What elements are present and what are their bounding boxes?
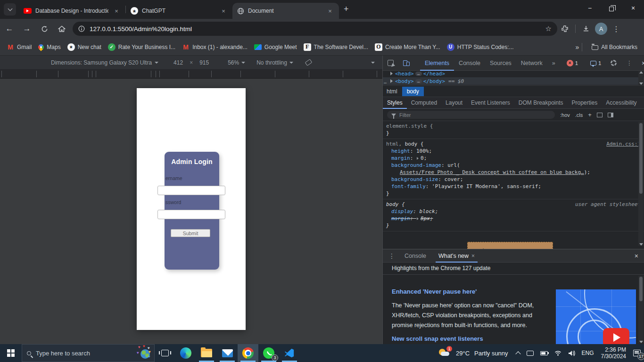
tab-close-icon[interactable]: × [471,253,475,259]
notification-center-button[interactable]: 17 [630,346,644,360]
zoom-select[interactable]: 56% [228,59,239,66]
css-declaration[interactable]: height: 100%; [383,148,644,155]
back-button[interactable]: ← [1,21,17,37]
drawer-close-button[interactable]: × [635,252,638,260]
css-rule-body-ua[interactable]: body { user agent stylesheet display: bl… [383,199,644,231]
device-height-field[interactable]: 915 [199,59,209,66]
bookmarks-overflow-button[interactable]: » [576,43,579,51]
bookmark-create-more[interactable]: OCreate More Than Y... [375,43,440,51]
css-url-link[interactable]: Assets/Free Photo _ Desk concept with co… [400,169,584,175]
inspect-element-button[interactable] [383,56,398,71]
more-tabs-button[interactable]: » [547,56,560,71]
css-rule-element-style[interactable]: element.style { } [383,121,644,139]
box-model-margin[interactable]: margin − [467,242,553,249]
scroll-down-icon[interactable] [639,82,643,85]
device-options-icon[interactable] [371,62,375,64]
tab-search-button[interactable] [4,3,16,16]
toggle-classes[interactable]: .cls [575,112,583,118]
tab-sources[interactable]: Sources [485,56,516,71]
extensions-button[interactable] [557,21,572,36]
article-title-link[interactable]: Enhanced 'Never pause here' [392,288,477,295]
downloads-button[interactable] [578,21,594,36]
tab-styles[interactable]: Styles [383,97,407,109]
css-declaration[interactable]: font-family: 'Playwrite IT Moderna', san… [383,183,644,190]
home-button[interactable] [54,21,70,37]
tab-layout[interactable]: Layout [441,97,467,109]
reload-button[interactable] [36,21,52,37]
computed-sidebar-toggle-icon[interactable] [608,113,613,117]
css-selector-dim[interactable]: html, [386,141,402,147]
scroll-up-icon[interactable] [639,71,643,74]
new-tab-button[interactable]: + [344,4,349,14]
bookmark-rate-business[interactable]: ✓Rate Your Business I... [108,43,175,51]
task-view-button[interactable] [155,344,175,362]
bookmark-http-status[interactable]: UHTTP Status Codes:... [447,43,514,51]
css-declaration[interactable]: background-image: url( [383,162,644,169]
taskbar-edge[interactable] [175,344,196,362]
scrollbar-thumb[interactable] [639,123,643,194]
dom-scrollbar[interactable] [638,71,644,85]
expand-ellipsis-icon[interactable]: … [415,72,422,76]
device-width-field[interactable]: 412 [173,59,183,66]
dom-node-body[interactable]: <body> … </body> == $0 [383,77,644,85]
article-title-link[interactable]: New scroll snap event listeners [392,335,483,342]
forward-button[interactable]: → [19,21,35,37]
wifi-icon[interactable] [554,350,561,356]
bookmark-new-chat[interactable]: *New chat [67,43,101,51]
styles-scrollbar[interactable] [638,122,644,246]
submit-button[interactable]: Submit [171,229,210,237]
username-input[interactable] [157,186,225,195]
drawer-scrollbar[interactable] [638,276,644,343]
expand-arrow-icon[interactable] [417,157,419,160]
all-bookmarks-button[interactable]: All Bookmarks [592,44,637,50]
site-info-icon[interactable] [78,25,85,32]
tab-dom-breakpoints[interactable]: DOM Breakpoints [514,97,568,109]
css-declaration-overridden[interactable]: margin: 8px; [383,215,644,222]
weather-widget[interactable]: 1 29°C Partly sunny [438,347,508,359]
breadcrumb-html[interactable]: html [383,88,401,95]
devtools-settings-button[interactable] [606,56,621,71]
device-dimensions-select[interactable]: Dimensions: Samsung Galaxy S20 Ultra [51,59,152,66]
device-toolbar-toggle[interactable] [398,56,414,71]
password-input[interactable] [157,210,225,219]
drawer-menu-icon[interactable]: ⋮ [388,252,395,260]
devtools-close-button[interactable]: × [637,56,644,71]
scroll-down-icon[interactable] [639,243,643,246]
tab-close-icon[interactable]: × [112,7,121,15]
youtube-play-icon[interactable] [603,328,629,344]
expand-arrow-icon[interactable] [417,217,419,220]
taskbar-vscode[interactable] [279,344,300,362]
bookmark-google-meet[interactable]: Google Meet [254,44,297,50]
taskbar-whatsapp[interactable]: 3 [258,344,279,362]
volume-icon[interactable] [568,350,575,356]
error-badge[interactable]: ×1 [567,60,578,66]
tab-properties[interactable]: Properties [568,97,602,109]
node-gutter-icon[interactable]: … [384,79,387,84]
tab-chatgpt[interactable]: * ChatGPT × [126,3,232,19]
css-declaration[interactable]: background-size: cover; [383,176,644,183]
issues-badge[interactable]: 1 [585,60,601,66]
tab-console[interactable]: Console [454,56,485,71]
new-style-rule-button[interactable]: + [588,111,592,118]
minimize-button[interactable]: − [579,0,601,16]
expand-ellipsis-icon[interactable]: … [415,79,422,83]
scrollbar-thumb[interactable] [639,277,643,301]
bookmark-inbox[interactable]: MInbox (1) - alexande... [182,43,248,51]
css-rule-html-body[interactable]: html, body { Admin.css:1 height: 100%; m… [383,139,644,199]
rotate-device-icon[interactable] [305,59,313,66]
tab-computed[interactable]: Computed [407,97,441,109]
profile-button[interactable]: A [594,21,609,36]
taskbar-file-explorer[interactable] [196,344,217,362]
start-button[interactable] [0,344,22,362]
tab-close-icon[interactable]: × [219,7,228,15]
bookmark-gmail[interactable]: MGmail [7,43,32,51]
tray-expand-button[interactable] [516,351,520,356]
tab-event-listeners[interactable]: Event Listeners [467,97,514,109]
taskbar-search-box[interactable]: Type here to search ♥ ♥ ♥ ♥ ♥ ♥ [22,344,155,362]
bookmark-maps[interactable]: Maps [38,44,60,50]
styles-filter-input[interactable]: Filter [387,111,555,119]
scroll-down-icon[interactable] [639,341,643,343]
css-selector[interactable]: body { [386,201,405,208]
toggle-hover-state[interactable]: :hov [560,112,570,118]
css-declaration[interactable]: margin: 0; [383,155,644,162]
